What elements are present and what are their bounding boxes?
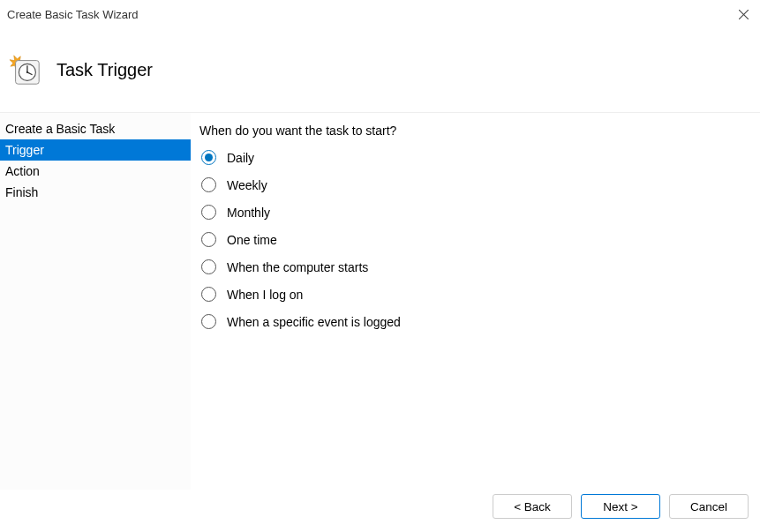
trigger-radio-group: Daily Weekly Monthly One time When the c…: [201, 150, 751, 329]
radio-specific-event[interactable]: When a specific event is logged: [201, 314, 751, 329]
cancel-button[interactable]: Cancel: [669, 494, 749, 519]
wizard-header: Task Trigger: [0, 28, 760, 113]
sidebar-item-create-basic-task[interactable]: Create a Basic Task: [0, 118, 191, 139]
radio-log-on[interactable]: When I log on: [201, 287, 751, 302]
radio-label: When the computer starts: [227, 260, 368, 274]
radio-label: Monthly: [227, 206, 270, 220]
radio-computer-starts[interactable]: When the computer starts: [201, 259, 751, 274]
wizard-footer: < Back Next > Cancel: [0, 490, 760, 532]
window-title: Create Basic Task Wizard: [7, 8, 139, 21]
page-title: Task Trigger: [56, 60, 153, 80]
titlebar: Create Basic Task Wizard: [0, 0, 760, 28]
radio-label: Daily: [227, 151, 254, 165]
wizard-main-panel: When do you want the task to start? Dail…: [191, 113, 760, 490]
wizard-steps-sidebar: Create a Basic Task Trigger Action Finis…: [0, 113, 191, 490]
svg-point-6: [26, 71, 28, 72]
radio-icon: [201, 232, 216, 247]
radio-icon: [201, 205, 216, 220]
radio-label: One time: [227, 233, 277, 247]
wizard-body: Create a Basic Task Trigger Action Finis…: [0, 113, 760, 490]
radio-monthly[interactable]: Monthly: [201, 205, 751, 220]
sidebar-item-action[interactable]: Action: [0, 161, 191, 182]
radio-daily[interactable]: Daily: [201, 150, 751, 165]
radio-icon: [201, 314, 216, 329]
radio-label: When a specific event is logged: [227, 315, 401, 329]
radio-weekly[interactable]: Weekly: [201, 177, 751, 192]
radio-icon: [201, 259, 216, 274]
trigger-prompt: When do you want the task to start?: [199, 124, 751, 138]
radio-icon: [201, 177, 216, 192]
next-button[interactable]: Next >: [581, 494, 660, 519]
sidebar-item-trigger[interactable]: Trigger: [0, 139, 191, 161]
radio-icon: [201, 287, 216, 302]
radio-label: Weekly: [227, 178, 267, 192]
radio-icon: [201, 150, 216, 165]
back-button[interactable]: < Back: [493, 494, 572, 519]
sidebar-item-finish[interactable]: Finish: [0, 182, 191, 203]
close-icon[interactable]: [737, 8, 749, 20]
wizard-clock-icon: [9, 54, 42, 87]
radio-label: When I log on: [227, 288, 303, 302]
radio-one-time[interactable]: One time: [201, 232, 751, 247]
